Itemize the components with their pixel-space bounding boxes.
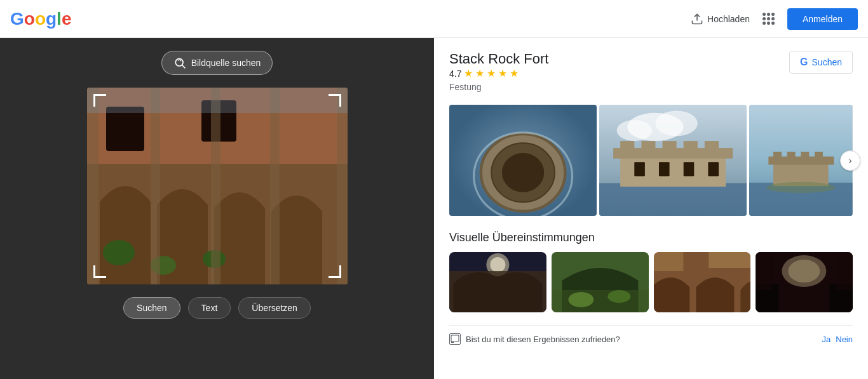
svg-rect-15 bbox=[337, 88, 348, 284]
svg-rect-42 bbox=[773, 152, 782, 158]
upload-label: Hochladen bbox=[707, 14, 750, 24]
svg-line-2 bbox=[182, 65, 185, 69]
svg-rect-44 bbox=[801, 152, 810, 158]
header: Google Hochladen Anmelden bbox=[0, 0, 868, 38]
star-3: ★ bbox=[487, 67, 496, 79]
svg-rect-16 bbox=[87, 88, 348, 113]
fort-distant-svg bbox=[749, 105, 853, 216]
image-gallery: › bbox=[449, 105, 853, 216]
svg-point-25 bbox=[656, 111, 698, 136]
gallery-image-3[interactable] bbox=[749, 105, 853, 216]
fort-aerial-svg bbox=[449, 105, 597, 216]
image-source-search-button[interactable]: Bildquelle suchen bbox=[161, 51, 273, 75]
tab-suchen[interactable]: Suchen bbox=[123, 297, 180, 319]
svg-point-24 bbox=[617, 120, 652, 141]
entity-info: Stack Rock Fort 4.7 ★ ★ ★ ★ ★ Festung bbox=[449, 51, 548, 102]
svg-rect-45 bbox=[815, 152, 823, 158]
svg-rect-43 bbox=[787, 152, 796, 158]
tab-uebersetzen[interactable]: Übersetzen bbox=[238, 297, 311, 319]
svg-rect-59 bbox=[709, 252, 750, 268]
svg-rect-68 bbox=[451, 335, 459, 342]
match-svg-1 bbox=[449, 252, 546, 312]
match-image-3[interactable] bbox=[654, 252, 751, 312]
lens-icon bbox=[173, 57, 186, 69]
svg-point-8 bbox=[103, 240, 135, 265]
svg-point-20 bbox=[502, 153, 544, 192]
star-2: ★ bbox=[475, 67, 484, 79]
entity-header: Stack Rock Fort 4.7 ★ ★ ★ ★ ★ Festung G … bbox=[449, 51, 853, 102]
left-panel: Bildquelle suchen bbox=[0, 38, 434, 379]
entity-type: Festung bbox=[449, 82, 548, 92]
search-btn-label: Suchen bbox=[812, 57, 842, 67]
svg-point-55 bbox=[607, 290, 630, 303]
tab-buttons: Suchen Text Übersetzen bbox=[123, 297, 311, 319]
match-image-2[interactable] bbox=[552, 252, 649, 312]
rating-number: 4.7 bbox=[449, 69, 461, 79]
svg-rect-31 bbox=[663, 141, 677, 152]
svg-rect-35 bbox=[659, 162, 670, 176]
match-svg-3 bbox=[654, 252, 751, 312]
gallery-image-2[interactable] bbox=[599, 105, 747, 216]
ruin-overlay bbox=[87, 88, 348, 284]
header-left: Google bbox=[10, 9, 71, 29]
uploaded-image bbox=[87, 88, 348, 284]
svg-rect-33 bbox=[705, 141, 719, 152]
grid-icon bbox=[763, 13, 775, 25]
svg-rect-30 bbox=[642, 141, 656, 152]
svg-rect-66 bbox=[756, 252, 772, 290]
svg-rect-6 bbox=[106, 107, 144, 151]
feedback-yes-button[interactable]: Ja bbox=[822, 335, 831, 344]
svg-rect-37 bbox=[709, 162, 719, 176]
star-4: ★ bbox=[498, 67, 507, 79]
svg-rect-53 bbox=[552, 290, 649, 312]
star-1: ★ bbox=[464, 67, 473, 79]
entity-title: Stack Rock Fort bbox=[449, 51, 548, 67]
tab-text[interactable]: Text bbox=[188, 297, 231, 319]
feedback-icon bbox=[449, 333, 461, 345]
apps-button[interactable] bbox=[760, 10, 777, 27]
right-panel: Stack Rock Fort 4.7 ★ ★ ★ ★ ★ Festung G … bbox=[434, 38, 868, 379]
match-svg-4 bbox=[756, 252, 853, 312]
upload-icon bbox=[691, 13, 703, 25]
feedback-no-button[interactable]: Nein bbox=[836, 335, 853, 344]
signin-button[interactable]: Anmelden bbox=[787, 8, 858, 30]
svg-rect-11 bbox=[87, 88, 98, 284]
match-image-1[interactable] bbox=[449, 252, 546, 312]
match-image-4[interactable] bbox=[756, 252, 853, 312]
svg-rect-29 bbox=[620, 141, 634, 152]
svg-point-63 bbox=[789, 260, 820, 283]
match-svg-2 bbox=[552, 252, 649, 312]
svg-point-54 bbox=[568, 292, 593, 307]
google-search-button[interactable]: G Suchen bbox=[789, 51, 853, 74]
uploaded-image-container bbox=[87, 88, 348, 284]
visual-matches-title: Visuelle Übereinstimmungen bbox=[449, 231, 853, 244]
header-actions: Hochladen Anmelden bbox=[691, 8, 858, 30]
main-content: Bildquelle suchen bbox=[0, 38, 868, 379]
image-source-label: Bildquelle suchen bbox=[191, 58, 261, 68]
svg-rect-58 bbox=[654, 252, 683, 271]
svg-rect-69 bbox=[451, 342, 454, 343]
g-logo-small: G bbox=[800, 57, 808, 68]
svg-point-49 bbox=[490, 257, 505, 272]
svg-rect-13 bbox=[211, 88, 220, 284]
svg-rect-14 bbox=[270, 88, 280, 284]
upload-button[interactable]: Hochladen bbox=[691, 13, 750, 25]
svg-rect-34 bbox=[635, 162, 646, 176]
svg-rect-12 bbox=[151, 88, 160, 284]
svg-rect-32 bbox=[684, 141, 698, 152]
star-5: ★ bbox=[510, 67, 519, 79]
feedback-question: Bist du mit diesen Ergebnissen zufrieden… bbox=[466, 335, 817, 344]
fort-side-svg bbox=[599, 105, 747, 216]
svg-rect-26 bbox=[599, 183, 747, 216]
rating-stars: 4.7 ★ ★ ★ ★ ★ bbox=[449, 67, 548, 79]
svg-rect-67 bbox=[836, 252, 853, 290]
visual-matches-grid bbox=[449, 252, 853, 312]
google-logo: Google bbox=[10, 9, 71, 29]
svg-rect-36 bbox=[684, 162, 695, 176]
svg-point-46 bbox=[767, 182, 836, 193]
gallery-next-button[interactable]: › bbox=[840, 150, 860, 171]
feedback-bar: Bist du mit diesen Ergebnissen zufrieden… bbox=[449, 325, 853, 352]
gallery-image-1[interactable] bbox=[449, 105, 597, 216]
